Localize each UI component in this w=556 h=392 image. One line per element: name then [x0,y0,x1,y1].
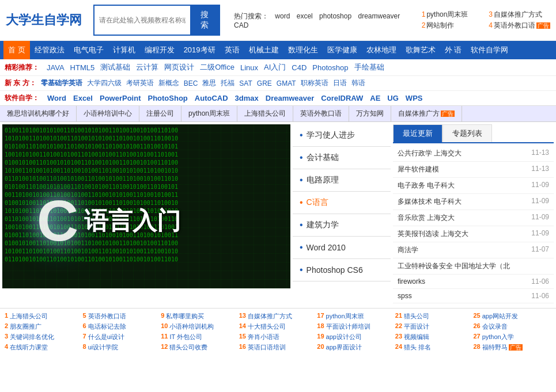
nav-english[interactable]: 英语 [220,41,244,59]
main-content: 0100110100101010011010010101001101001001… [0,122,556,308]
search-button[interactable]: 搜 索 [190,6,219,35]
ad-1[interactable]: 1python周末班 [422,10,482,20]
hot-cad[interactable]: CAD [234,21,248,29]
menu-item-0[interactable]: • 学习使人进步 [293,124,391,147]
newedu-gmat[interactable]: GMAT [277,79,296,87]
nav-medical[interactable]: 医学健康 [323,41,362,59]
newedu-label: 新 东 方： [5,78,36,88]
sw-photoshop[interactable]: PhotoShop [147,94,187,102]
right-item[interactable]: 商法学11-07 [393,242,554,258]
sw-ug[interactable]: UG [387,94,399,102]
bottom-item: 2朋友圈推广 [5,322,83,331]
feat-linux[interactable]: Linux [240,63,258,72]
feat-ai[interactable]: AI入门 [264,62,286,73]
bullet-icon: • [300,130,303,140]
feat-testing[interactable]: 测试基础 [100,62,130,73]
banner-ad-1[interactable]: 雅思培训机构哪个好 [0,106,77,121]
hot-excel[interactable]: excel [297,12,313,20]
sw-coreldraw[interactable]: CorelDRAW [321,94,363,102]
nav-civil[interactable]: 机械土建 [244,41,283,59]
newedu-japanese[interactable]: 日语 [333,78,347,88]
sw-3dmax[interactable]: 3dmax [235,94,259,102]
nav-programming[interactable]: 编程开发 [140,41,179,59]
newedu-sat[interactable]: SAT [239,79,252,87]
feat-sketch[interactable]: 手绘基础 [354,62,384,73]
banner-ad-8[interactable]: 自媒体推广方广告 [391,106,462,121]
right-item[interactable]: 犀牛软件建模11-13 [393,162,554,178]
hero-image: 0100110100101010011010010101001101001001… [2,124,290,288]
newedu-gre[interactable]: GRE [257,79,272,87]
right-item[interactable]: 电子政务 电子科大11-09 [393,178,554,194]
right-panel: 最近更新 专题列表 公共行政学 上海交大11-13 犀牛软件建模11-13 电子… [393,124,554,306]
right-item[interactable]: 公共行政学 上海交大11-13 [393,146,554,162]
feat-html5[interactable]: HTML5 [70,63,95,72]
feat-c4d[interactable]: C4D [292,63,307,72]
menu-item-photoshop[interactable]: • Photoshop CS6 [293,259,391,281]
sw-wps[interactable]: WPS [406,94,423,102]
newedu-toefl[interactable]: 托福 [221,78,234,88]
sw-word[interactable]: Word [47,94,66,102]
nav-electric[interactable]: 电气电子 [69,41,108,59]
bullet-icon: • [300,242,303,253]
bullet-icon: • [300,265,303,275]
ad-2[interactable]: 2网站制作 [422,21,482,31]
sidebar-menu: • 学习使人进步 • 会计基础 • 电路原理 • C语言 • 建筑力学 • Wo… [293,124,391,306]
sw-ae[interactable]: AE [370,94,380,102]
newedu-cet[interactable]: 大学四六级 [87,78,122,88]
nav-software[interactable]: 软件自学网 [466,41,513,59]
right-item[interactable]: 音乐欣赏 上海交大11-09 [393,210,554,226]
sw-ppt[interactable]: PowerPoint [100,94,141,102]
nav-computer[interactable]: 计算机 [108,41,140,59]
right-item[interactable]: 英美报刊选读 上海交大11-09 [393,226,554,242]
newedu-ielts[interactable]: 雅思 [202,78,216,88]
nav-agriculture[interactable]: 农林地理 [362,41,401,59]
menu-item-word[interactable]: • Word 2010 [293,237,391,259]
banner-ad-5[interactable]: 上海猎头公司 [237,106,293,121]
search-input[interactable] [94,13,190,28]
right-item[interactable]: spss11-06 [393,289,554,303]
newedu-title[interactable]: 职称英语 [301,78,328,88]
feat-cloud[interactable]: 云计算 [136,62,158,73]
nav-arts[interactable]: 歌舞艺术 [401,41,440,59]
newedu-brand[interactable]: 零基础学英语 [41,78,82,88]
nav-home[interactable]: 首 页 [3,41,30,59]
newedu-korean[interactable]: 韩语 [351,78,365,88]
sw-autocad[interactable]: AutoCAD [195,94,228,102]
nav-foreign[interactable]: 外 语 [440,41,467,59]
banner-ad-4[interactable]: python周末班 [181,106,237,121]
menu-item-4[interactable]: • 建筑力学 [293,214,391,237]
feat-java[interactable]: JAVA [47,63,65,72]
hot-word[interactable]: word [275,12,290,20]
nav-2019exam[interactable]: 2019考研 [179,41,220,59]
newedu-bec[interactable]: BEC [184,79,198,87]
logo[interactable]: 大学生自学网 [6,12,82,29]
bottom-item: 7什么是ui设计 [83,333,161,341]
newedu-postgrad[interactable]: 考研英语 [126,78,154,88]
nav-policy[interactable]: 经管政法 [30,41,69,59]
right-item[interactable]: 工业特种设备安全 中国地址大学（北 [393,258,554,275]
sw-excel[interactable]: Excel [73,94,93,102]
right-item[interactable]: fireworks11-06 [393,275,554,289]
menu-item-clang[interactable]: • C语言 [293,192,391,214]
banner-ad-3[interactable]: 注册公司 [139,106,181,121]
ad-3[interactable]: 3自媒体推广方式 [489,10,550,20]
ad-4[interactable]: 4英语外教口语广告 [489,21,550,31]
menu-item-1[interactable]: • 会计基础 [293,147,391,169]
hot-dreamweaver[interactable]: dreamweaver [358,12,400,20]
banner-ad-7[interactable]: 万方知网 [349,106,391,121]
right-list: 公共行政学 上海交大11-13 犀牛软件建模11-13 电子政务 电子科大11-… [393,143,554,306]
banner-ad-2[interactable]: 小语种培训中心 [77,106,139,121]
bullet-icon: • [300,220,303,230]
feat-photoshop[interactable]: Photoshop [312,63,348,72]
banner-ad-6[interactable]: 英语外教口语 [293,106,349,121]
right-item[interactable]: 多媒体技术 电子科大11-09 [393,194,554,210]
feat-office[interactable]: 二级Office [200,62,234,73]
hot-photoshop[interactable]: photoshop [319,12,351,20]
tab-featured[interactable]: 专题列表 [442,124,492,142]
tab-recent[interactable]: 最近更新 [393,124,442,142]
nav-science[interactable]: 数理化生 [283,41,323,59]
sw-dreamweaver[interactable]: Dreamweaver [266,94,315,102]
newedu-newconcept[interactable]: 新概念 [158,78,179,88]
feat-webdesign[interactable]: 网页设计 [164,62,194,73]
menu-item-2[interactable]: • 电路原理 [293,169,391,192]
